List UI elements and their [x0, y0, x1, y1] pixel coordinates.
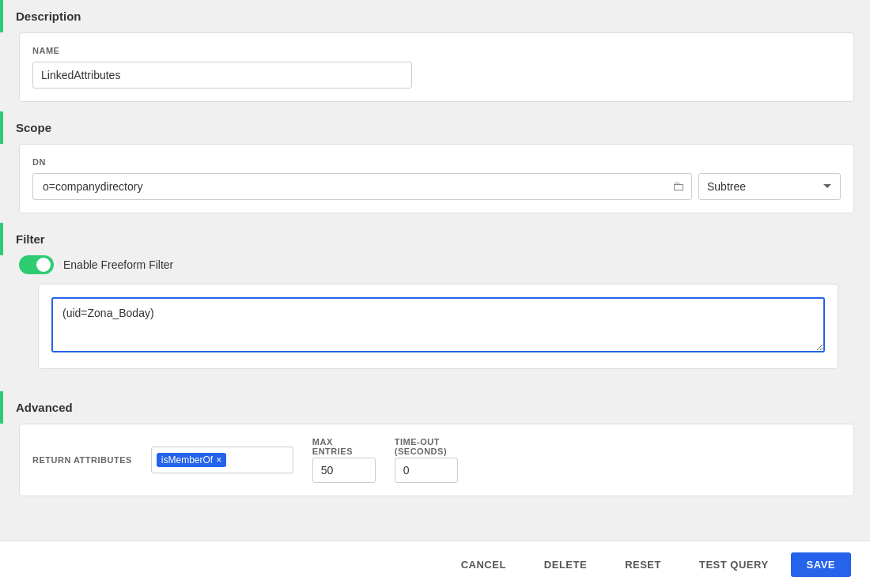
scope-header: Scope — [0, 111, 870, 144]
tag-remove-icon[interactable]: × — [216, 455, 221, 465]
reset-button[interactable]: RESET — [609, 552, 677, 577]
scope-select[interactable]: Subtree Base One Level — [698, 173, 841, 200]
scope-title: Scope — [16, 121, 51, 134]
filter-card: (uid=Zona_Boday) — [38, 284, 838, 369]
advanced-card: RETURN ATTRIBUTES isMemberOf × MAXENTRIE… — [19, 424, 854, 496]
filter-section: Filter Enable Freeform Filter (uid=Zona_… — [0, 223, 870, 382]
description-title: Description — [16, 9, 81, 23]
save-button[interactable]: SAVE — [791, 552, 851, 577]
folder-icon[interactable]: 🗀 — [672, 179, 685, 194]
description-section: Description NAME — [0, 0, 870, 102]
return-attributes-input[interactable]: isMemberOf × — [151, 447, 293, 473]
description-header: Description — [0, 0, 870, 32]
dn-input[interactable] — [40, 174, 672, 199]
footer: CANCEL DELETE RESET TEST QUERY SAVE — [0, 541, 870, 588]
advanced-header: Advanced — [0, 391, 870, 424]
scope-card: DN 🗀 Subtree Base One Level — [19, 144, 854, 213]
filter-textarea[interactable]: (uid=Zona_Boday) — [51, 297, 825, 352]
advanced-section: Advanced RETURN ATTRIBUTES isMemberOf × … — [0, 391, 870, 496]
max-entries-label: MAXENTRIES — [312, 437, 376, 456]
timeout-group: TIME-OUT(SECONDS) — [395, 437, 458, 483]
max-entries-group: MAXENTRIES — [312, 437, 376, 483]
filter-header: Filter — [0, 223, 870, 255]
timeout-input[interactable] — [395, 458, 458, 483]
tag-ismemberof: isMemberOf × — [157, 453, 226, 467]
max-entries-input[interactable] — [312, 458, 376, 483]
cancel-button[interactable]: CANCEL — [445, 552, 522, 577]
filter-title: Filter — [16, 232, 45, 246]
name-label: NAME — [32, 46, 841, 55]
delete-button[interactable]: DELETE — [528, 552, 603, 577]
test-query-button[interactable]: TEST QUERY — [683, 552, 785, 577]
freeform-filter-toggle[interactable] — [19, 255, 54, 274]
dn-input-wrapper[interactable]: 🗀 — [32, 173, 692, 200]
tag-label: isMemberOf — [161, 454, 213, 466]
advanced-title: Advanced — [16, 401, 73, 414]
timeout-label: TIME-OUT(SECONDS) — [395, 437, 458, 456]
return-attributes-label: RETURN ATTRIBUTES — [32, 455, 132, 465]
toggle-label: Enable Freeform Filter — [63, 258, 173, 271]
dn-label: DN — [32, 157, 841, 167]
advanced-row: RETURN ATTRIBUTES isMemberOf × MAXENTRIE… — [32, 437, 841, 483]
dn-row: 🗀 Subtree Base One Level — [32, 173, 841, 200]
scope-section: Scope DN 🗀 Subtree Base One Level — [0, 111, 870, 213]
description-card: NAME — [19, 32, 854, 102]
name-input[interactable] — [32, 62, 412, 89]
toggle-row: Enable Freeform Filter — [19, 255, 854, 274]
